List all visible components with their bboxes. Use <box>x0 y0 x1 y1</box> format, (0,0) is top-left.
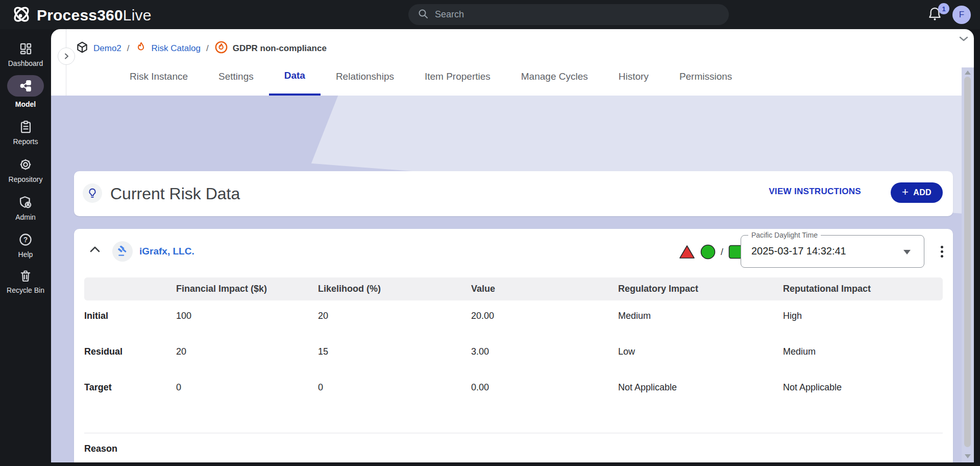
gavel-icon <box>117 246 128 257</box>
current-risk-data-card: Current Risk Data VIEW INSTRUCTIONS + AD… <box>74 171 953 216</box>
logo-text: Process360Live <box>37 7 152 24</box>
section-divider <box>84 433 943 433</box>
breadcrumb-link[interactable]: Demo2 <box>93 43 121 54</box>
table-cell: 0 <box>318 382 471 393</box>
scroll-up-arrow[interactable] <box>965 71 971 75</box>
sidebar-item-reports[interactable]: Reports <box>0 120 51 146</box>
tab-settings[interactable]: Settings <box>203 57 269 96</box>
timestamp-value: 2025-03-17 14:32:41 <box>751 245 846 257</box>
table-cell: 20 <box>176 346 318 357</box>
tab-permissions[interactable]: Permissions <box>664 57 747 96</box>
table-header-cell: Regulatory Impact <box>618 284 783 294</box>
table-cell: High <box>783 311 943 321</box>
tab-data[interactable]: Data <box>269 57 321 96</box>
dropdown-arrow-icon <box>903 250 911 254</box>
global-search[interactable] <box>408 4 729 25</box>
app-root: Process360Live 1 F Dashboard <box>0 0 980 466</box>
chevron-down-icon <box>959 35 969 42</box>
vertical-scrollbar[interactable] <box>962 67 974 462</box>
table-row-residual: Residual 20 15 3.00 Low Medium <box>84 334 943 369</box>
table-header-cell: Financial Impact ($k) <box>176 284 318 294</box>
sidebar-item-label: Dashboard <box>0 59 51 67</box>
timezone-label: Pacific Daylight Time <box>748 231 821 239</box>
tab-risk-instance[interactable]: Risk Instance <box>114 57 203 96</box>
reports-icon <box>0 120 51 134</box>
breadcrumb-item-demo2: Demo2 <box>76 41 121 57</box>
page-title: Current Risk Data <box>110 184 240 203</box>
user-avatar[interactable]: F <box>952 6 971 24</box>
row-label: Residual <box>84 346 176 357</box>
more-options-button[interactable] <box>935 244 948 259</box>
breadcrumb-item-risk-catalog: Risk Catalog <box>135 41 201 56</box>
add-button[interactable]: + ADD <box>891 182 943 203</box>
sidebar-item-label: Repository <box>0 175 51 183</box>
company-badge <box>112 241 133 262</box>
lightbulb-badge <box>83 183 102 203</box>
table-cell: Medium <box>783 346 943 357</box>
search-input[interactable] <box>435 9 720 20</box>
left-sidebar: Dashboard Model Reports Repository <box>0 29 51 466</box>
row-label: Initial <box>84 311 176 321</box>
sidebar-item-model[interactable]: Model <box>0 75 51 108</box>
risk-table-header: Financial Impact ($k) Likelihood (%) Val… <box>84 277 943 300</box>
green-circle-indicator <box>700 244 716 260</box>
breadcrumb-link[interactable]: Risk Catalog <box>152 43 201 54</box>
sidebar-item-repository[interactable]: Repository <box>0 157 51 183</box>
table-cell: Not Applicable <box>618 382 783 393</box>
view-instructions-button[interactable]: VIEW INSTRUCTIONS <box>769 187 861 197</box>
content-background: Current Risk Data VIEW INSTRUCTIONS + AD… <box>51 96 974 462</box>
timestamp-select[interactable]: Pacific Daylight Time 2025-03-17 14:32:4… <box>741 235 924 268</box>
tab-item-properties[interactable]: Item Properties <box>409 57 506 96</box>
tab-relationships[interactable]: Relationships <box>321 57 409 96</box>
main-panel: Demo2 / Risk Catalog / GDPR non-complian… <box>51 29 974 462</box>
collapse-panel-button[interactable] <box>58 48 75 65</box>
table-cell: 0 <box>176 382 318 393</box>
plus-icon: + <box>902 185 909 199</box>
collapse-breadcrumb-chevron[interactable] <box>959 35 969 44</box>
notification-count-badge: 1 <box>938 3 949 14</box>
top-header-bar: Process360Live 1 F <box>0 0 980 29</box>
tab-history[interactable]: History <box>603 57 664 96</box>
table-cell: Not Applicable <box>783 382 943 393</box>
svg-text:?: ? <box>23 236 28 244</box>
tab-bar: Risk Instance Settings Data Relationship… <box>114 57 747 96</box>
flame-icon <box>135 41 147 56</box>
sidebar-item-recycle-bin[interactable]: Recycle Bin <box>0 269 51 294</box>
breadcrumb-separator: / <box>206 43 209 54</box>
scroll-down-arrow[interactable] <box>965 454 971 458</box>
table-row-target: Target 0 0 0.00 Not Applicable Not Appli… <box>84 369 943 405</box>
table-cell: 100 <box>176 311 318 321</box>
table-row-initial: Initial 100 20 20.00 Medium High <box>84 298 943 334</box>
scrollbar-thumb[interactable] <box>964 77 971 447</box>
breadcrumb-separator: / <box>127 43 130 54</box>
sidebar-item-admin[interactable]: Admin <box>0 195 51 221</box>
table-cell: 3.00 <box>471 346 618 357</box>
recycle-bin-icon <box>0 269 51 283</box>
reason-label: Reason <box>84 444 117 454</box>
breadcrumb-current: GDPR non-compliance <box>233 43 327 54</box>
flame-circle-icon <box>214 40 228 57</box>
table-cell: 15 <box>318 346 471 357</box>
active-pill <box>7 75 44 97</box>
sidebar-item-label: Reports <box>0 137 51 146</box>
search-icon <box>418 8 429 21</box>
app-logo: Process360Live <box>11 4 152 27</box>
tab-manage-cycles[interactable]: Manage Cycles <box>506 57 603 96</box>
logo-icon <box>11 4 32 27</box>
notifications-button[interactable]: 1 <box>928 6 950 27</box>
company-link[interactable]: iGrafx, LLC. <box>139 246 194 257</box>
model-icon <box>19 79 32 92</box>
table-cell: 20 <box>318 311 471 321</box>
risk-entry-header: iGrafx, LLC. / Pacific Daylight Time 202… <box>74 229 953 273</box>
sidebar-item-help[interactable]: ? Help <box>0 232 51 259</box>
admin-icon <box>0 195 51 209</box>
sidebar-item-label: Model <box>0 100 51 108</box>
chevron-up-icon <box>89 246 101 253</box>
dashboard-icon <box>0 42 51 56</box>
collapse-entry-button[interactable] <box>89 246 101 255</box>
lightbulb-icon <box>87 188 98 199</box>
sidebar-item-label: Recycle Bin <box>0 286 51 294</box>
sidebar-item-dashboard[interactable]: Dashboard <box>0 42 51 67</box>
breadcrumb: Demo2 / Risk Catalog / GDPR non-complian… <box>76 39 327 58</box>
risk-data-card: iGrafx, LLC. / Pacific Daylight Time 202… <box>74 229 953 462</box>
